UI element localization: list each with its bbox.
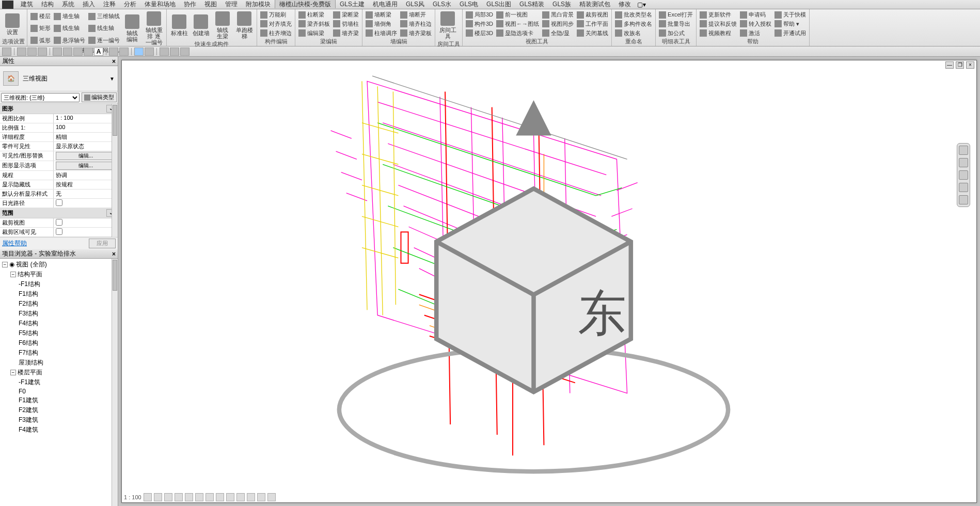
ribbon-button[interactable]: 关闭墓线 bbox=[576, 29, 609, 38]
ribbon-button[interactable]: 楼层 bbox=[29, 12, 52, 21]
ribbon-button[interactable]: 线生轴 bbox=[87, 24, 121, 33]
tree-node[interactable]: −楼层平面 bbox=[1, 368, 117, 377]
orbit-button[interactable] bbox=[959, 183, 968, 192]
ribbon-button[interactable]: 改族名 bbox=[614, 29, 653, 38]
sun-path-button[interactable] bbox=[164, 493, 172, 501]
ribbon-button[interactable]: 梁断梁 bbox=[332, 10, 360, 19]
visual-style-button[interactable] bbox=[154, 493, 162, 501]
tab-7[interactable]: 协作 bbox=[180, 0, 200, 8]
ribbon-button[interactable]: 开通试用 bbox=[773, 29, 807, 38]
ribbon-button[interactable]: 切墙柱 bbox=[332, 20, 360, 28]
tree-node[interactable]: F6结构 bbox=[1, 338, 117, 348]
ribbon-button[interactable]: 激活 bbox=[739, 29, 772, 38]
tabs-overflow[interactable]: ▢▾ bbox=[635, 1, 648, 8]
tree-node[interactable]: F4结构 bbox=[1, 319, 117, 328]
property-checkbox[interactable] bbox=[56, 228, 62, 235]
tab-12[interactable]: GLS土建 bbox=[336, 0, 369, 8]
qat-view[interactable] bbox=[170, 48, 179, 56]
tree-node[interactable]: F2建筑 bbox=[1, 405, 117, 415]
ribbon-button[interactable]: 加公式 bbox=[658, 29, 694, 38]
qat-dimension[interactable] bbox=[73, 48, 83, 56]
tab-10[interactable]: 附加模块 bbox=[242, 0, 275, 8]
ribbon-button[interactable]: Excel打开 bbox=[658, 10, 694, 19]
lock-3d-button[interactable] bbox=[216, 493, 224, 501]
tab-16[interactable]: GLS电 bbox=[455, 0, 482, 8]
app-menu-icon[interactable] bbox=[2, 1, 13, 9]
ribbon-button[interactable]: 楼层3D bbox=[465, 29, 494, 38]
tab-15[interactable]: GLS水 bbox=[429, 0, 455, 8]
minimize-view-button[interactable]: — bbox=[945, 61, 954, 69]
drawing-canvas[interactable]: — ❐ × bbox=[121, 60, 977, 503]
ribbon-button[interactable]: 墙生轴 bbox=[53, 12, 86, 21]
tree-node[interactable]: F5结构 bbox=[1, 328, 117, 338]
view-scale[interactable]: 1 : 100 bbox=[124, 494, 141, 500]
viewcube[interactable]: 东 bbox=[106, 91, 961, 506]
ribbon-button[interactable]: 全隐/显 bbox=[541, 29, 575, 38]
ribbon-button[interactable]: 视频教程 bbox=[699, 29, 738, 38]
ribbon-button[interactable]: 逐一编号 bbox=[87, 36, 121, 45]
ribbon-button[interactable]: 构件3D bbox=[465, 20, 494, 28]
qat-section[interactable] bbox=[119, 48, 129, 56]
ribbon-button[interactable]: 批量导出 bbox=[658, 20, 694, 28]
property-category[interactable]: 范围⌄ bbox=[0, 208, 118, 218]
qat-thin-lines[interactable] bbox=[134, 48, 144, 56]
ribbon-button[interactable]: 关于快模 bbox=[773, 10, 807, 19]
tab-17[interactable]: GLS出图 bbox=[482, 0, 515, 8]
ribbon-button[interactable]: 申请码 bbox=[739, 10, 772, 19]
ribbon-button[interactable]: 墙断开 bbox=[399, 10, 433, 19]
property-value[interactable]: 无 bbox=[56, 191, 61, 197]
ribbon-button[interactable]: 墙断梁 bbox=[365, 10, 398, 19]
tab-0[interactable]: 建筑 bbox=[17, 0, 37, 8]
close-icon[interactable]: × bbox=[112, 58, 116, 65]
qat-save[interactable] bbox=[17, 48, 26, 56]
qat-3d[interactable] bbox=[109, 48, 118, 56]
ribbon-button[interactable]: 柱断梁 bbox=[297, 10, 331, 19]
instance-select[interactable]: 三维视图: {三维} bbox=[1, 93, 80, 102]
crop-region-button[interactable] bbox=[206, 493, 214, 501]
tab-3[interactable]: 插入 bbox=[78, 0, 99, 8]
ribbon-button[interactable]: 墙齐梁 bbox=[332, 29, 360, 38]
ribbon-button[interactable]: 弧形 bbox=[29, 36, 52, 45]
qat-switch-window[interactable] bbox=[160, 48, 169, 56]
temp-hide-button[interactable] bbox=[226, 493, 234, 501]
crop-view-button[interactable] bbox=[195, 493, 203, 501]
tree-node[interactable]: F1建筑 bbox=[1, 396, 117, 405]
properties-help-link[interactable]: 属性帮助 bbox=[2, 239, 27, 248]
ribbon-button[interactable]: 万能刷 bbox=[259, 10, 293, 19]
property-value[interactable]: 1 : 100 bbox=[56, 115, 73, 121]
tree-toggle-icon[interactable]: − bbox=[2, 262, 8, 267]
tab-18[interactable]: GLS精装 bbox=[515, 0, 548, 8]
tab-19[interactable]: GLS族 bbox=[548, 0, 575, 8]
ribbon-button[interactable]: 前一视图 bbox=[495, 10, 540, 19]
tab-11[interactable]: 橄榄山快模-免费版 bbox=[275, 0, 336, 8]
tab-4[interactable]: 注释 bbox=[99, 0, 120, 8]
ribbon-button[interactable]: 显隐选项卡 bbox=[495, 29, 540, 38]
tab-9[interactable]: 管理 bbox=[221, 0, 242, 8]
tab-13[interactable]: 机电通用 bbox=[369, 0, 402, 8]
property-value[interactable]: 按规程 bbox=[56, 181, 73, 187]
tree-node[interactable]: F0 bbox=[1, 387, 117, 396]
worksharing-button[interactable] bbox=[247, 493, 255, 501]
ribbon-button[interactable]: 工作平面 bbox=[576, 20, 609, 28]
tree-node[interactable]: −◉ 视图 (全部) bbox=[1, 260, 117, 270]
ribbon-button[interactable]: 视图同步 bbox=[541, 20, 575, 28]
property-category[interactable]: 图形⌄ bbox=[0, 104, 118, 114]
ribbon-button[interactable]: 墙倒角 bbox=[365, 20, 398, 28]
rendering-button[interactable] bbox=[185, 493, 193, 501]
tree-node[interactable]: 屋顶结构 bbox=[1, 358, 117, 368]
tab-21[interactable]: 修改 bbox=[614, 0, 635, 8]
qat-align[interactable] bbox=[63, 48, 72, 56]
tree-node[interactable]: -F1建筑 bbox=[1, 377, 117, 387]
pan-button[interactable] bbox=[959, 158, 968, 167]
property-value[interactable]: 显示原状态 bbox=[56, 143, 84, 149]
tree-node[interactable]: F1结构 bbox=[1, 289, 117, 299]
tab-8[interactable]: 视图 bbox=[200, 0, 221, 8]
settings-button[interactable]: 设置 bbox=[2, 10, 23, 38]
ribbon-button[interactable]: 视图←→图纸 bbox=[495, 20, 540, 28]
room-tools-button[interactable]: 房间工具 bbox=[437, 10, 458, 40]
qat-text[interactable]: A bbox=[94, 48, 103, 56]
qat-undo[interactable] bbox=[27, 48, 37, 56]
ribbon-button[interactable]: 梁齐斜板 bbox=[297, 20, 331, 28]
shadows-button[interactable] bbox=[175, 493, 183, 501]
tree-node[interactable]: F4建筑 bbox=[1, 425, 117, 435]
